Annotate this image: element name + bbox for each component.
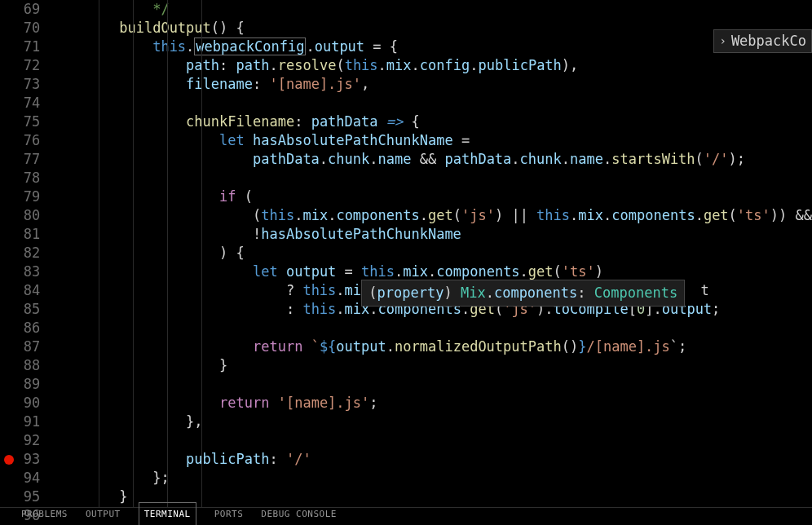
tab-debug-console[interactable]: DEBUG CONSOLE — [261, 505, 337, 525]
line-number: 69 — [0, 0, 48, 19]
code-line[interactable]: */ — [52, 0, 812, 19]
code-line[interactable]: return '[name].js'; — [52, 394, 812, 412]
tab-problems[interactable]: PROBLEMS — [21, 505, 68, 525]
line-number: 90 — [0, 394, 48, 412]
peek-label: WebpackCo — [731, 32, 806, 51]
breadcrumb-peek[interactable]: › WebpackCo — [713, 29, 812, 53]
code-line[interactable]: pathData.chunk.name && pathData.chunk.na… — [52, 150, 812, 169]
code-line[interactable]: !hasAbsolutePathChunkName — [52, 225, 812, 244]
indent-guide — [167, 0, 168, 507]
vertical-scrollbar[interactable] — [801, 0, 812, 507]
code-line[interactable] — [52, 169, 812, 188]
code-line[interactable]: chunkFilename: pathData => { — [52, 112, 812, 131]
code-area[interactable]: */ buildOutput() { this.webpackConfig.ou… — [48, 0, 812, 507]
line-number: 76 — [0, 131, 48, 150]
code-line[interactable]: (this.mix.components.get('js') || this.m… — [52, 206, 812, 225]
line-number: 95 — [0, 488, 48, 506]
line-number: 85 — [0, 300, 48, 319]
code-line[interactable]: let hasAbsolutePathChunkName = — [52, 131, 812, 150]
line-number: 87 — [0, 338, 48, 356]
line-number: 75 — [0, 112, 48, 131]
code-line[interactable]: ) { — [52, 244, 812, 262]
code-line[interactable]: }, — [52, 412, 812, 431]
hover-tooltip: (property) Mix.components: Components — [361, 280, 685, 307]
line-number: 89 — [0, 375, 48, 394]
line-number: 84 — [0, 281, 48, 300]
line-number: 94 — [0, 469, 48, 488]
tab-ports[interactable]: PORTS — [214, 505, 244, 525]
line-number: 71 — [0, 38, 48, 56]
line-number: 73 — [0, 75, 48, 94]
code-line[interactable]: path: path.resolve(this.mix.config.publi… — [52, 56, 812, 75]
code-line[interactable]: filename: '[name].js', — [52, 75, 812, 94]
line-number: 77 — [0, 150, 48, 169]
line-number: 70 — [0, 19, 48, 38]
code-line[interactable]: this.webpackConfig.output = { — [52, 38, 812, 56]
indent-guide — [99, 0, 99, 507]
line-number: 81 — [0, 225, 48, 244]
line-number: 83 — [0, 262, 48, 281]
line-number: 78 — [0, 169, 48, 188]
line-number: 74 — [0, 94, 48, 112]
code-line[interactable]: return `${output.normalizedOutputPath()}… — [52, 338, 812, 356]
panel-tab-bar: PROBLEMS OUTPUT TERMINAL PORTS DEBUG CON… — [0, 507, 812, 525]
code-line[interactable] — [52, 319, 812, 338]
line-number: 91 — [0, 412, 48, 431]
breakpoint-dot[interactable] — [4, 455, 14, 465]
code-line[interactable]: if ( — [52, 188, 812, 206]
indent-guide — [133, 0, 134, 507]
line-number: 86 — [0, 319, 48, 338]
tab-output[interactable]: OUTPUT — [86, 505, 121, 525]
code-line[interactable]: publicPath: '/' — [52, 450, 812, 469]
code-line[interactable] — [52, 375, 812, 394]
tab-terminal[interactable]: TERMINAL — [139, 502, 196, 525]
indent-guide — [201, 0, 202, 507]
line-number: 72 — [0, 56, 48, 75]
obscured-text: t — [692, 281, 708, 300]
line-number: 79 — [0, 188, 48, 206]
line-number: 82 — [0, 244, 48, 262]
line-number: 92 — [0, 431, 48, 450]
code-line[interactable]: buildOutput() { — [52, 19, 812, 38]
code-line[interactable]: let output = this.mix.components.get('ts… — [52, 262, 812, 281]
code-line[interactable] — [52, 431, 812, 450]
code-editor[interactable]: 6970717273747576777879808182838485868788… — [0, 0, 812, 507]
code-line[interactable] — [52, 94, 812, 112]
line-number-gutter[interactable]: 6970717273747576777879808182838485868788… — [0, 0, 48, 507]
code-line[interactable]: } — [52, 356, 812, 375]
chevron-right-icon: › — [719, 32, 726, 51]
code-line[interactable]: }; — [52, 469, 812, 488]
line-number: 80 — [0, 206, 48, 225]
line-number: 88 — [0, 356, 48, 375]
